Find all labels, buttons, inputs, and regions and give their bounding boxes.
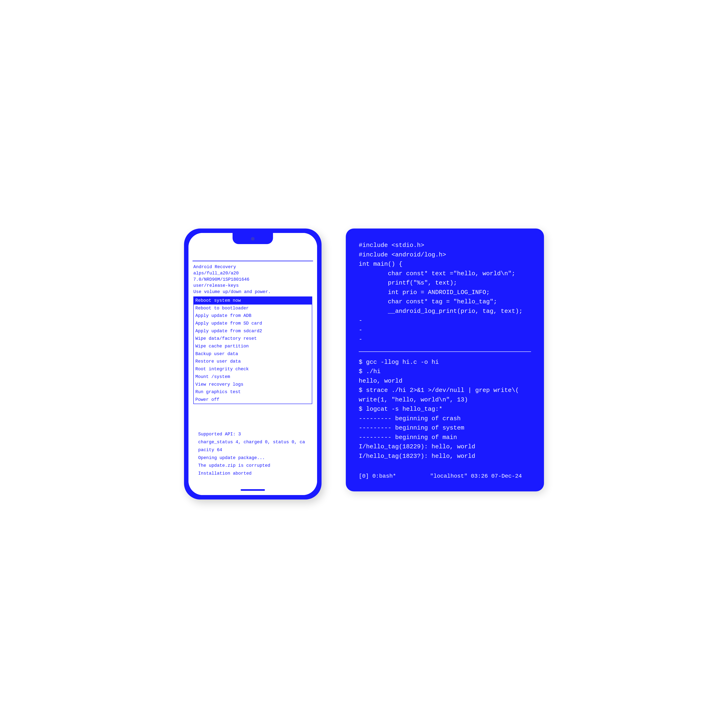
phone-menu-header-line: user/release-keys <box>193 283 312 289</box>
phone-menu-item[interactable]: Apply update from sdcard2 <box>194 327 312 335</box>
phone-menu-item[interactable]: Restore user data <box>194 358 312 366</box>
phone-menu-item[interactable]: Wipe data/factory reset <box>194 335 312 343</box>
phone-bottom-area: Supported API: 3charge_status 4, charged… <box>193 405 312 482</box>
main-container: Android Recoveryalps/full_a20/a207.0/NRD… <box>184 228 544 500</box>
phone-menu-items: Reboot system nowReboot to bootloaderApp… <box>193 297 312 404</box>
phone-home-indicator <box>241 489 265 491</box>
code-terminal-line: $ gcc -llog hi.c -o hi <box>359 358 531 367</box>
phone-menu-item[interactable]: Power off <box>194 396 312 404</box>
phone-bottom-bar <box>188 485 317 495</box>
phone: Android Recoveryalps/full_a20/a207.0/NRD… <box>184 228 321 500</box>
phone-menu-item[interactable]: Run graphics test <box>194 388 312 396</box>
code-panel: #include <stdio.h>#include <android/log.… <box>346 228 544 491</box>
phone-menu-item[interactable]: View recovery logs <box>194 381 312 388</box>
code-source-line: int main() { <box>359 260 531 269</box>
code-terminal-line: --------- beginning of system <box>359 423 531 433</box>
phone-log-line: charge_status 4, charged 0, status 0, ca <box>198 439 307 445</box>
phone-inner: Android Recoveryalps/full_a20/a207.0/NRD… <box>188 233 317 495</box>
phone-screen: Android Recoveryalps/full_a20/a207.0/NRD… <box>188 251 317 485</box>
phone-menu-item[interactable]: Backup user data <box>194 350 312 358</box>
phone-menu-item[interactable]: Apply update from SD card <box>194 320 312 327</box>
code-terminal-line: I/hello_tag(18229): hello, world <box>359 442 531 451</box>
phone-menu-item[interactable]: Reboot to bootloader <box>194 304 312 312</box>
phone-menu-item[interactable]: Apply update from ADB <box>194 312 312 320</box>
code-source-block: #include <stdio.h>#include <android/log.… <box>359 241 531 344</box>
phone-top-bar <box>188 233 317 251</box>
phone-status-bar <box>193 251 313 261</box>
phone-menu-header-line: Android Recovery <box>193 264 312 271</box>
phone-notch <box>232 233 273 244</box>
code-terminal-line: $ logcat -s hello_tag:* <box>359 404 531 414</box>
phone-log-line: pacity 64 <box>198 447 307 453</box>
code-source-line: #include <stdio.h> <box>359 241 531 250</box>
code-source-line: - <box>359 316 531 325</box>
phone-wrapper: Android Recoveryalps/full_a20/a207.0/NRD… <box>184 228 321 500</box>
phone-menu-header: Android Recoveryalps/full_a20/a207.0/NRD… <box>193 264 312 295</box>
code-terminal-line: $ strace ./hi 2>&1 >/dev/null | grep wri… <box>359 385 531 395</box>
code-source-line: int prio = ANDROID_LOG_INFO; <box>359 288 531 297</box>
phone-menu-header-line: 7.0/NRD90M/1SP1801646 <box>193 277 312 283</box>
phone-menu: Android Recoveryalps/full_a20/a207.0/NRD… <box>188 261 317 485</box>
code-terminal-line: --------- beginning of main <box>359 433 531 442</box>
code-source-line: printf("%s", text); <box>359 278 531 288</box>
phone-log-line: Installation aborted <box>198 471 307 477</box>
code-terminal-block: $ gcc -llog hi.c -o hi$ ./hihello, world… <box>359 358 531 461</box>
code-divider <box>359 352 531 352</box>
code-terminal-line: hello, world <box>359 376 531 386</box>
phone-menu-header-line: alps/full_a20/a20 <box>193 271 312 277</box>
code-status-bar: [0] 0:bash* "localhost" 03:26 07-Dec-24 <box>359 461 531 479</box>
code-source-line: - <box>359 335 531 344</box>
phone-log-area: Supported API: 3charge_status 4, charged… <box>198 431 307 479</box>
phone-log-line: Opening update package... <box>198 455 307 461</box>
code-source-line: - <box>359 325 531 335</box>
phone-camera <box>251 237 255 241</box>
code-source-line: char const* text ="hello, world\n"; <box>359 269 531 278</box>
phone-menu-item[interactable]: Reboot system now <box>194 297 312 304</box>
code-terminal-line: --------- beginning of crash <box>359 414 531 424</box>
phone-log-line: The update.zip is corrupted <box>198 463 307 469</box>
phone-menu-item[interactable]: Mount /system <box>194 373 312 381</box>
code-source-line: __android_log_print(prio, tag, text); <box>359 307 531 316</box>
code-terminal-line: I/hello_tag(1823?): hello, world <box>359 451 531 461</box>
phone-log-line: Supported API: 3 <box>198 431 307 437</box>
code-terminal-line: $ ./hi <box>359 367 531 376</box>
code-terminal-line: write(1, "hello, world\n", 13) <box>359 395 531 405</box>
code-status-text: [0] 0:bash* "localhost" 03:26 07-Dec-24 <box>359 473 522 479</box>
phone-menu-item[interactable]: Wipe cache partition <box>194 343 312 350</box>
code-source-line: #include <android/log.h> <box>359 250 531 260</box>
phone-menu-item[interactable]: Root integrity check <box>194 366 312 373</box>
phone-menu-header-line: Use volume up/down and power. <box>193 289 312 295</box>
code-source-line: char const* tag = "hello_tag"; <box>359 297 531 307</box>
